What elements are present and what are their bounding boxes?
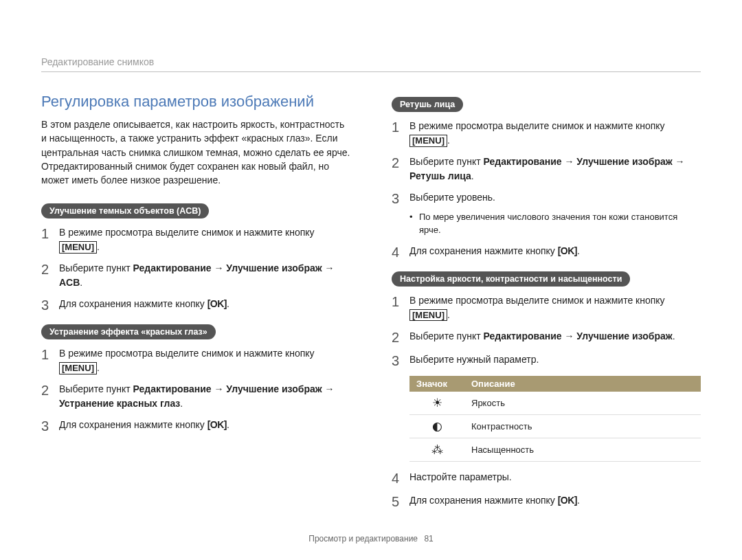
step-item: 2 Выберите пункт Редактирование → Улучше…	[392, 329, 701, 346]
steps-face: 1 В режиме просмотра выделите снимок и н…	[392, 119, 701, 260]
step-pre: Выберите нужный параметр.	[409, 354, 539, 365]
step-post: .	[673, 331, 675, 341]
right-column: Ретушь лица 1 В режиме просмотра выделит…	[392, 93, 701, 517]
contrast-icon: ◐	[409, 414, 464, 438]
step-text: Выберите пункт Редактирование → Улучшени…	[409, 155, 701, 183]
icon-description-table: Значок Описание ☀ Яркость ◐ Контрастност…	[409, 376, 701, 462]
step-post: .	[180, 398, 183, 409]
step-text: Для сохранения нажмите кнопку OK.	[409, 244, 701, 258]
step-text: Выберите пункт Редактирование → Улучшени…	[409, 329, 701, 344]
table-row: ◐ Контрастность	[409, 414, 701, 438]
step-post: .	[447, 135, 450, 146]
step-number: 3	[392, 352, 409, 369]
table-row: ☀ Яркость	[409, 392, 701, 415]
step-item: 4 Настройте параметры.	[392, 470, 701, 486]
bullet-text: По мере увеличения числового значения то…	[419, 211, 701, 237]
step-item: 3 Для сохранения нажмите кнопку OK.	[41, 297, 350, 313]
step-item: 1 В режиме просмотра выделите снимок и н…	[392, 119, 701, 148]
page-number: 81	[424, 534, 433, 544]
table-header-row: Значок Описание	[409, 376, 701, 392]
step-pre: В режиме просмотра выделите снимок и наж…	[409, 120, 665, 131]
steps-redeye: 1 В режиме просмотра выделите снимок и н…	[41, 346, 350, 434]
step-post: .	[227, 298, 229, 309]
table-cell-desc: Насыщенность	[464, 438, 701, 461]
step-item: 4 Для сохранения нажмите кнопку OK.	[392, 244, 701, 260]
step-post: .	[97, 241, 100, 252]
step-pre: В режиме просмотра выделите снимок и наж…	[409, 295, 665, 306]
menu-button-icon: MENU	[59, 362, 97, 374]
bullet-icon: •	[409, 211, 419, 224]
step-text: В режиме просмотра выделите снимок и наж…	[59, 346, 350, 375]
step-item: 5 Для сохранения нажмите кнопку OK.	[392, 493, 701, 510]
step-pre: Для сохранения нажмите кнопку	[409, 495, 558, 506]
table-header-desc: Описание	[464, 376, 701, 392]
step-text: Выберите пункт Редактирование → Улучшени…	[59, 261, 350, 290]
step-post: .	[577, 495, 580, 506]
step-pre: Для сохранения нажмите кнопку	[59, 298, 207, 309]
footer-section: Просмотр и редактирование	[308, 534, 418, 544]
step-item: 3 Выберите уровень.	[392, 190, 701, 207]
step-text: Для сохранения нажмите кнопку OK.	[59, 297, 350, 311]
step-pre: Выберите пункт	[409, 156, 483, 167]
step-pre: Выберите пункт	[59, 262, 133, 273]
manual-page: Редактирование снимков Регулировка парам…	[0, 0, 742, 560]
step-post: .	[471, 170, 474, 181]
step-number: 1	[392, 119, 409, 135]
step-pre: Выберите пункт	[409, 331, 483, 341]
step-number: 1	[41, 225, 59, 242]
step-bullet: • По мере увеличения числового значения …	[409, 211, 701, 237]
ok-button-icon: OK	[207, 419, 227, 430]
pill-acb: Улучшение темных объектов (ACB)	[41, 203, 209, 219]
step-item: 1 В режиме просмотра выделите снимок и н…	[41, 225, 350, 254]
menu-button-icon: MENU	[409, 135, 447, 147]
step-pre: В режиме просмотра выделите снимок и наж…	[59, 227, 315, 238]
step-item: 1 В режиме просмотра выделите снимок и н…	[41, 346, 350, 375]
two-column-layout: Регулировка параметров изображений В это…	[41, 93, 701, 517]
step-text: В режиме просмотра выделите снимок и наж…	[409, 293, 701, 322]
step-number: 5	[392, 493, 409, 510]
step-post: .	[227, 419, 229, 430]
step-number: 2	[392, 329, 409, 346]
step-item: 2 Выберите пункт Редактирование → Улучше…	[392, 155, 701, 183]
brightness-icon: ☀	[409, 392, 464, 415]
breadcrumb: Редактирование снимков	[41, 56, 701, 72]
step-post: .	[577, 245, 580, 256]
step-number: 2	[41, 382, 59, 399]
step-item: 3 Для сохранения нажмите кнопку OK.	[41, 418, 350, 434]
menu-button-icon: MENU	[59, 241, 97, 254]
pill-redeye: Устранение эффекта «красных глаз»	[41, 324, 216, 339]
step-bold: Редактирование → Улучшение изображ	[483, 331, 672, 341]
step-number: 4	[392, 244, 409, 260]
step-pre: Выберите уровень.	[409, 192, 495, 203]
left-column: Регулировка параметров изображений В это…	[41, 93, 350, 517]
page-footer: Просмотр и редактирование 81	[0, 534, 742, 544]
table-row: ⁂ Насыщенность	[409, 438, 701, 461]
step-number: 1	[41, 346, 59, 363]
step-text: Выберите нужный параметр.	[409, 352, 701, 367]
step-pre: Для сохранения нажмите кнопку	[409, 245, 558, 256]
ok-button-icon: OK	[558, 245, 577, 256]
step-post: .	[97, 362, 100, 373]
step-text: Выберите пункт Редактирование → Улучшени…	[59, 382, 350, 411]
step-number: 3	[392, 190, 409, 207]
step-pre: Настройте параметры.	[409, 471, 512, 482]
table-header-icon: Значок	[409, 376, 464, 392]
step-text: В режиме просмотра выделите снимок и наж…	[59, 225, 350, 254]
step-number: 3	[41, 418, 59, 434]
steps-bcs: 1 В режиме просмотра выделите снимок и н…	[392, 293, 701, 510]
step-number: 2	[392, 155, 409, 171]
step-item: 3 Выберите нужный параметр.	[392, 352, 701, 369]
pill-face: Ретушь лица	[392, 97, 463, 112]
ok-button-icon: OK	[558, 495, 577, 506]
ok-button-icon: OK	[207, 298, 227, 309]
step-item: 1 В режиме просмотра выделите снимок и н…	[392, 293, 701, 322]
step-text: Настройте параметры.	[409, 470, 701, 484]
pill-bcs: Настройка яркости, контрастности и насыщ…	[392, 271, 630, 287]
intro-paragraph: В этом разделе описывается, как настроит…	[41, 117, 350, 187]
saturation-icon: ⁂	[409, 438, 464, 461]
step-text: Для сохранения нажмите кнопку OK.	[59, 418, 350, 432]
step-number: 4	[392, 470, 409, 486]
steps-acb: 1 В режиме просмотра выделите снимок и н…	[41, 225, 350, 313]
step-item: 2 Выберите пункт Редактирование → Улучше…	[41, 382, 350, 411]
table-cell-desc: Контрастность	[464, 414, 701, 438]
